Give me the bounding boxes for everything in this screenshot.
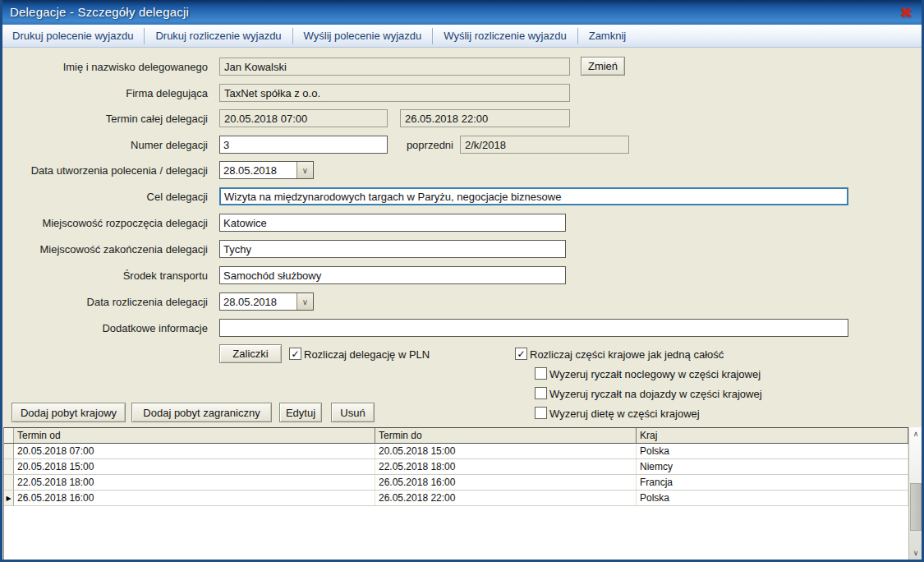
scroll-up-icon[interactable]: ∧ [909, 427, 922, 440]
domestic-whole-checkbox-label: Rozliczaj części krajowe jak jedną całoś… [530, 348, 724, 361]
window-title: Delegacje - Szczegóły delegacji [10, 5, 189, 19]
table-cell: 22.05.2018 18:00 [14, 475, 375, 490]
table-vertical-scrollbar[interactable]: ∧ ∨ [908, 427, 922, 560]
edit-stay-button[interactable]: Edytuj [279, 403, 322, 422]
toolbar: Drukuj polecenie wyjazdu Drukuj rozlicze… [0, 25, 924, 48]
advances-button[interactable]: Zaliczki [219, 344, 282, 363]
add-foreign-stay-button[interactable]: Dodaj pobyt zagraniczny [131, 403, 272, 422]
creation-date-combobox[interactable]: 28.05.2018 ∨ [219, 161, 314, 179]
toolbar-item-close[interactable]: Zamknij [578, 30, 637, 42]
additional-info-label: Dodatkowe informacje [0, 322, 208, 334]
purpose-label: Cel delegacji [0, 191, 208, 203]
table-cell: 20.05.2018 15:00 [14, 459, 375, 474]
header-selector-cell [4, 428, 14, 443]
period-to-field: 26.05.2018 22:00 [400, 109, 570, 127]
table-row[interactable]: 20.05.2018 07:0020.05.2018 15:00Polska [4, 444, 908, 459]
row-selector [4, 459, 14, 474]
company-field: TaxNet spółka z o.o. [219, 84, 570, 102]
table-cell: 26.05.2018 16:00 [375, 475, 637, 490]
column-header-termin-od[interactable]: Termin od [14, 428, 375, 443]
toolbar-item-print-order[interactable]: Drukuj polecenie wyjazdu [2, 30, 144, 42]
end-city-input[interactable] [219, 240, 566, 258]
creation-date-value: 28.05.2018 [223, 164, 277, 177]
chevron-down-icon[interactable]: ∨ [297, 162, 313, 178]
zero-lodging-checkbox[interactable] [535, 367, 547, 380]
pln-checkbox-label: Rozliczaj delegację w PLN [304, 348, 430, 361]
zero-lodging-checkbox-label: Wyzeruj ryczałt noclegowy w części krajo… [549, 368, 761, 380]
company-label: Firma delegująca [0, 87, 208, 99]
settlement-date-label: Data rozliczenia delegacji [0, 296, 208, 308]
table-cell: Polska [637, 444, 908, 458]
stays-table-body: 20.05.2018 07:0020.05.2018 15:00Polska20… [4, 444, 908, 506]
chevron-down-icon[interactable]: ∨ [297, 293, 313, 310]
name-label: Imię i nazwisko delegowanego [0, 61, 208, 73]
table-cell: 20.05.2018 15:00 [375, 444, 637, 458]
purpose-input[interactable] [219, 187, 848, 205]
settlement-date-combobox[interactable]: 28.05.2018 ∨ [219, 293, 314, 311]
table-cell: Niemcy [637, 459, 908, 474]
transport-label: Środek transportu [0, 269, 208, 282]
delete-stay-button[interactable]: Usuń [331, 403, 375, 422]
scroll-down-icon[interactable]: ∨ [909, 546, 922, 560]
column-header-kraj[interactable]: Kraj [637, 428, 908, 443]
change-person-button[interactable]: Zmień [581, 57, 625, 76]
table-cell: 26.05.2018 16:00 [14, 491, 375, 505]
column-header-termin-do[interactable]: Termin do [375, 428, 637, 443]
table-cell: 26.05.2018 22:00 [375, 491, 637, 505]
previous-number-label: poprzedni [342, 139, 453, 151]
table-cell: 22.05.2018 18:00 [375, 459, 637, 474]
creation-date-label: Data utworzenia polecenia / delegacji [0, 164, 208, 177]
end-city-label: Miejscowość zakończenia delegacji [0, 243, 208, 256]
period-from-field: 20.05.2018 07:00 [219, 109, 388, 127]
transport-input[interactable] [219, 266, 566, 284]
delegation-details-window: Delegacje - Szczegóły delegacji ✖ Drukuj… [0, 0, 924, 562]
table-row[interactable]: 22.05.2018 18:0026.05.2018 16:00Francja [4, 475, 908, 491]
table-cell: 20.05.2018 07:00 [14, 444, 375, 458]
domestic-whole-checkbox[interactable]: ✓ [515, 348, 527, 360]
stays-table: Termin od Termin do Kraj 20.05.2018 07:0… [3, 427, 908, 560]
table-row[interactable]: 20.05.2018 15:0022.05.2018 18:00Niemcy [4, 459, 908, 475]
selected-row-marker: ▶ [4, 491, 14, 505]
number-label: Numer delegacji [0, 139, 208, 151]
zero-diet-checkbox-label: Wyzeruj dietę w części krajowej [549, 408, 700, 420]
scrollbar-thumb[interactable] [910, 483, 922, 531]
row-selector [4, 475, 14, 490]
settlement-date-value: 28.05.2018 [223, 296, 277, 308]
pln-checkbox[interactable]: ✓ [289, 348, 301, 360]
zero-commute-checkbox[interactable] [535, 387, 547, 399]
zero-commute-checkbox-label: Wyzeruj ryczałt na dojazdy w części kraj… [549, 388, 762, 400]
table-cell: Polska [637, 491, 908, 505]
table-cell: Francja [637, 475, 908, 490]
table-row[interactable]: ▶26.05.2018 16:0026.05.2018 22:00Polska [4, 491, 908, 506]
toolbar-item-send-settlement[interactable]: Wyślij rozliczenie wyjazdu [433, 30, 577, 42]
additional-info-input[interactable] [219, 319, 848, 337]
start-city-input[interactable] [219, 214, 566, 232]
stays-table-header: Termin od Termin do Kraj [4, 428, 908, 444]
period-label: Termin całej delegacji [0, 113, 208, 125]
start-city-label: Miejscowość rozpoczęcia delegacji [0, 217, 208, 229]
add-domestic-stay-button[interactable]: Dodaj pobyt krajowy [11, 403, 126, 422]
toolbar-item-print-settlement[interactable]: Drukuj rozliczenie wyjazdu [145, 30, 292, 42]
close-button[interactable]: ✖ [896, 2, 916, 22]
titlebar: Delegacje - Szczegóły delegacji ✖ [0, 0, 924, 25]
zero-diet-checkbox[interactable] [535, 407, 547, 419]
row-selector [4, 444, 14, 458]
close-icon: ✖ [899, 3, 913, 22]
toolbar-item-send-order[interactable]: Wyślij polecenie wyjazdu [293, 30, 433, 42]
name-field: Jan Kowalski [219, 58, 570, 76]
previous-number-field: 2/k/2018 [460, 136, 629, 154]
